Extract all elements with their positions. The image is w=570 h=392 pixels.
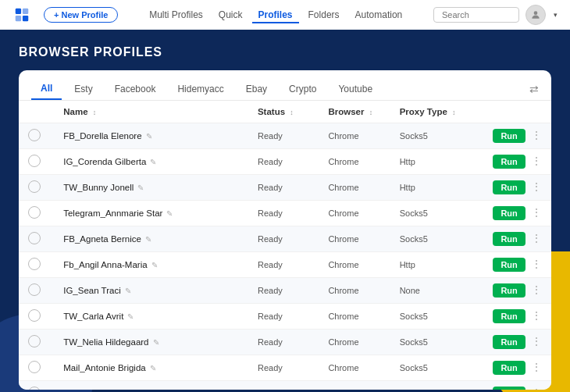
row-checkbox[interactable]	[28, 309, 41, 322]
profile-name-text: Telegram_Annmarie Star	[63, 208, 162, 218]
table-row: TW_Nelia Hildegaard ✎ Ready Chrome Socks…	[19, 330, 551, 355]
proxy-value: Http	[400, 157, 415, 166]
run-button[interactable]: Run	[493, 387, 525, 390]
status-badge: Ready	[258, 312, 283, 321]
row-checkbox[interactable]	[28, 361, 41, 373]
row-checkbox[interactable]	[28, 129, 41, 141]
row-proxy-cell: Socks5	[390, 355, 475, 381]
new-profile-button[interactable]: + New Profile	[44, 7, 118, 23]
status-badge: Ready	[258, 286, 283, 295]
nav-folders[interactable]: Folders	[302, 6, 346, 23]
profile-edit-icon[interactable]: ✎	[145, 235, 151, 244]
tab-hidemyacc[interactable]: Hidemyacc	[168, 79, 233, 99]
profile-name-text: IG_Corenda Gilberta	[63, 157, 146, 166]
tab-esty[interactable]: Esty	[65, 79, 102, 99]
more-options-icon[interactable]: ⋮	[531, 129, 542, 141]
more-options-icon[interactable]: ⋮	[531, 361, 542, 373]
run-button[interactable]: Run	[493, 283, 525, 298]
run-button[interactable]: Run	[493, 309, 525, 323]
profile-edit-icon[interactable]: ✎	[150, 158, 156, 166]
run-button[interactable]: Run	[493, 180, 525, 194]
col-header-status[interactable]: Status ↕	[248, 101, 319, 123]
row-checkbox[interactable]	[28, 258, 41, 270]
proxy-value: Socks5	[400, 234, 428, 244]
col-header-proxy[interactable]: Proxy Type ↕	[390, 101, 475, 123]
run-button[interactable]: Run	[493, 335, 525, 349]
run-button[interactable]: Run	[493, 258, 525, 272]
browser-value: Chrome	[328, 260, 358, 269]
row-checkbox-cell	[19, 123, 54, 149]
more-options-icon[interactable]: ⋮	[531, 335, 542, 347]
row-checkbox[interactable]	[28, 180, 41, 193]
run-button[interactable]: Run	[493, 129, 525, 143]
run-button[interactable]: Run	[493, 206, 525, 220]
row-status-cell: Ready	[248, 175, 319, 201]
proxy-sort-icon: ↕	[452, 109, 456, 116]
row-status-cell: Ready	[248, 330, 319, 355]
status-badge: Ready	[258, 157, 283, 166]
browser-value: Chrome	[328, 157, 358, 166]
row-status-cell: Ready	[248, 355, 319, 381]
row-browser-cell: Chrome	[319, 304, 390, 330]
filter-icon[interactable]: ⇄	[529, 83, 539, 95]
run-button[interactable]: Run	[493, 155, 525, 169]
col-header-check	[19, 101, 54, 123]
row-proxy-cell: None	[390, 278, 475, 304]
avatar-caret-icon[interactable]: ▾	[554, 11, 558, 19]
more-options-icon[interactable]: ⋮	[531, 206, 542, 219]
row-status-cell: Ready	[248, 278, 319, 304]
row-proxy-cell: Http	[390, 175, 475, 201]
table-header-row: Name ↕ Status ↕ Browser ↕ Proxy Type	[19, 101, 551, 123]
profile-edit-icon[interactable]: ✎	[166, 209, 173, 218]
row-checkbox[interactable]	[28, 387, 41, 390]
row-checkbox[interactable]	[28, 206, 41, 219]
nav-automation[interactable]: Automation	[349, 6, 409, 23]
more-options-icon[interactable]: ⋮	[531, 232, 542, 244]
profile-edit-icon[interactable]: ✎	[146, 132, 152, 141]
row-checkbox[interactable]	[28, 335, 41, 347]
more-options-icon[interactable]: ⋮	[531, 258, 542, 270]
row-checkbox[interactable]	[28, 155, 41, 167]
row-status-cell: Ready	[248, 381, 319, 390]
table-row: TW_Carla Avrit ✎ Ready Chrome Socks5 Run…	[19, 304, 551, 330]
profile-edit-icon[interactable]: ✎	[125, 287, 131, 295]
nav-profiles[interactable]: Profiles	[252, 6, 299, 23]
proxy-value: None	[400, 286, 420, 295]
more-options-icon[interactable]: ⋮	[531, 309, 542, 322]
profile-edit-icon[interactable]: ✎	[127, 312, 134, 321]
more-options-icon[interactable]: ⋮	[531, 283, 542, 296]
more-options-icon[interactable]: ⋮	[531, 387, 542, 390]
row-actions-cell: Run ⋮	[475, 252, 551, 278]
row-checkbox[interactable]	[28, 232, 41, 244]
tab-ebay[interactable]: Ebay	[237, 79, 276, 99]
row-status-cell: Ready	[248, 226, 319, 252]
search-input[interactable]	[433, 7, 519, 23]
profile-name-text: Mail_Kimberlyn Crista	[63, 389, 151, 390]
profile-edit-icon[interactable]: ✎	[150, 364, 156, 372]
row-actions-cell: Run ⋮	[475, 226, 551, 252]
row-proxy-cell: Socks5	[390, 226, 475, 252]
row-browser-cell: Chrome	[319, 381, 390, 390]
profile-edit-icon[interactable]: ✎	[151, 261, 158, 269]
nav-multi-profiles[interactable]: Multi Profiles	[143, 6, 209, 23]
avatar[interactable]	[525, 5, 546, 25]
nav-quick[interactable]: Quick	[212, 6, 249, 23]
col-header-browser[interactable]: Browser ↕	[319, 101, 390, 123]
run-button[interactable]: Run	[493, 232, 525, 246]
more-options-icon[interactable]: ⋮	[531, 180, 542, 193]
status-badge: Ready	[258, 389, 283, 390]
col-header-name[interactable]: Name ↕	[54, 101, 248, 123]
tab-crypto[interactable]: Crypto	[280, 79, 326, 99]
tab-facebook[interactable]: Facebook	[105, 79, 166, 99]
row-checkbox[interactable]	[28, 283, 41, 296]
run-button[interactable]: Run	[493, 361, 525, 375]
profile-edit-icon[interactable]: ✎	[137, 184, 144, 192]
status-badge: Ready	[258, 260, 283, 269]
tab-all[interactable]: All	[31, 78, 62, 100]
tab-youtube[interactable]: Youtube	[329, 79, 382, 99]
profile-edit-icon[interactable]: ✎	[155, 390, 161, 390]
browser-value: Chrome	[328, 363, 358, 372]
profile-edit-icon[interactable]: ✎	[153, 338, 159, 347]
row-checkbox-cell	[19, 304, 54, 330]
more-options-icon[interactable]: ⋮	[531, 155, 542, 167]
